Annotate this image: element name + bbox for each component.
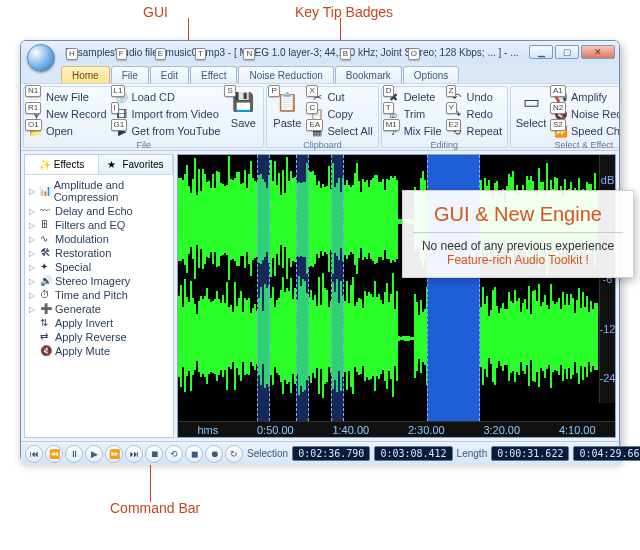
promo-title: GUI & New Engine (413, 203, 623, 233)
select-icon: ▭ (519, 90, 543, 114)
expand-icon: ▷ (29, 207, 37, 216)
ribbon-speed-change[interactable]: S2 ⏩ Speed Change (552, 123, 619, 139)
timeline[interactable]: hms0:50.001:40.002:30.003:20.004:10.00 (178, 421, 615, 437)
keytip: Y (446, 102, 457, 114)
keytip: N1 (25, 85, 41, 97)
expand-icon: ▷ (29, 263, 37, 272)
node-icon: 🛠 (40, 247, 52, 259)
ribbon-select[interactable]: ▭ Select (514, 89, 548, 130)
promo-line1: No need of any previous experience (413, 239, 623, 253)
timeline-tick: 1:40.00 (332, 424, 369, 436)
ribbon-paste[interactable]: P 📋 Paste (270, 89, 304, 130)
length-current: 0:00:31.622 (491, 446, 569, 461)
keytip: H (66, 48, 78, 60)
node-icon: 🔊 (40, 275, 52, 287)
ribbon-group-editing: D ✖ Delete T ⎄ Trim M1 ♪ Mix File Z ↶ Un… (381, 86, 508, 148)
node-icon: ⇅ (40, 317, 52, 329)
ribbon-mix-file[interactable]: M1 ♪ Mix File (385, 123, 444, 139)
maximize-button[interactable]: ▢ (555, 45, 579, 59)
tab-file[interactable]: FFile (111, 66, 149, 83)
effects-tree: ▷📊Amplitude and Compression▷〰Delay and E… (25, 175, 173, 361)
selection-start: 0:02:36.790 (292, 446, 370, 461)
ribbon-import-from-video[interactable]: I 🎞 Import from Video (113, 106, 223, 122)
ribbon: N1 📄 New File R1 🎙 New Record O1 📂 Open … (21, 83, 619, 151)
transport-button[interactable]: ⏺ (205, 445, 223, 463)
ribbon-open[interactable]: O1 📂 Open (27, 123, 109, 139)
tab-edit[interactable]: EEdit (150, 66, 189, 83)
selection-region[interactable] (257, 155, 270, 421)
ribbon-save[interactable]: S 💾 Save (226, 89, 260, 130)
app-orb[interactable] (27, 44, 55, 72)
node-icon: ✦ (40, 261, 52, 273)
expand-icon: ▷ (29, 187, 36, 196)
transport-button[interactable]: ⏮ (25, 445, 43, 463)
keytip: S2 (550, 119, 566, 131)
tree-node-generate[interactable]: ▷➕Generate (29, 302, 169, 316)
keytip: Z (446, 85, 457, 97)
effects-icon: ✨ (39, 159, 51, 171)
sidebar-tab-favorites[interactable]: ★Favorites (99, 155, 173, 174)
tree-node-amplitude-and-compression[interactable]: ▷📊Amplitude and Compression (29, 178, 169, 204)
timeline-tick: 4:10.00 (559, 424, 596, 436)
tree-node-apply-reverse[interactable]: ⇄Apply Reverse (29, 330, 169, 344)
tab-options[interactable]: OOptions (403, 66, 459, 83)
keytip: C (306, 102, 318, 114)
transport-button[interactable]: ⏩ (105, 445, 123, 463)
transport-button[interactable]: ⏭ (125, 445, 143, 463)
keytip: B (340, 48, 351, 60)
keytip: M1 (383, 119, 400, 131)
transport-button[interactable]: ⏪ (45, 445, 63, 463)
timeline-tick: hms (197, 424, 218, 436)
node-icon: ⇄ (40, 331, 52, 343)
ribbon-select-all[interactable]: EA ▦ Select All (308, 123, 374, 139)
keytip: O1 (25, 119, 42, 131)
sidebar-tabs: ✨Effects★Favorites (25, 155, 173, 175)
expand-icon: ▷ (29, 235, 37, 244)
transport-button[interactable]: ▶ (85, 445, 103, 463)
timeline-tick: 0:50.00 (257, 424, 294, 436)
sidebar-tab-effects[interactable]: ✨Effects (25, 155, 99, 174)
tree-node-time-and-pitch[interactable]: ▷⏱Time and Pitch (29, 288, 169, 302)
timeline-tick: 3:20.00 (483, 424, 520, 436)
selection-region[interactable] (296, 155, 309, 421)
transport-button[interactable]: ⟲ (165, 445, 183, 463)
ribbon-group-select-&-effect: ▭ Select A1 📢 Amplify N2 🔇 Noise Reducti… (510, 86, 619, 148)
expand-icon: ▷ (29, 221, 37, 230)
tree-node-apply-mute[interactable]: 🔇Apply Mute (29, 344, 169, 358)
tab-home[interactable]: HHome (61, 66, 110, 83)
selection-label: Selection (247, 448, 288, 459)
ribbon-cut[interactable]: X ✂ Cut (308, 89, 374, 105)
tree-node-modulation[interactable]: ▷∿Modulation (29, 232, 169, 246)
ribbon-repeat[interactable]: E2 ⟲ Repeat (448, 123, 504, 139)
tab-effect[interactable]: TEffect (190, 66, 237, 83)
favorites-icon: ★ (107, 159, 119, 171)
tree-node-special[interactable]: ▷✦Special (29, 260, 169, 274)
node-icon: 🔇 (40, 345, 52, 357)
transport-button[interactable]: ◼ (185, 445, 203, 463)
expand-icon: ▷ (29, 277, 37, 286)
keytip: T (195, 48, 206, 60)
statusbar: ⏮⏪⏸▶⏩⏭⏹⟲◼⏺↻ Selection 0:02:36.790 0:03:0… (21, 441, 619, 465)
ribbon-tabstrip: HHomeFFileEEditTEffectNNoise ReductionBB… (21, 63, 619, 83)
tree-node-delay-and-echo[interactable]: ▷〰Delay and Echo (29, 204, 169, 218)
tab-bookmark[interactable]: BBookmark (335, 66, 402, 83)
ribbon-group-file: N1 📄 New File R1 🎙 New Record O1 📂 Open … (23, 86, 264, 148)
transport-button[interactable]: ↻ (225, 445, 243, 463)
tree-node-apply-invert[interactable]: ⇅Apply Invert (29, 316, 169, 330)
tree-node-restoration[interactable]: ▷🛠Restoration (29, 246, 169, 260)
transport-controls: ⏮⏪⏸▶⏩⏭⏹⟲◼⏺↻ (25, 445, 243, 463)
promo-overlay: GUI & New Engine No need of any previous… (402, 190, 634, 278)
tab-noise-reduction[interactable]: NNoise Reduction (238, 66, 333, 83)
ribbon-group-clipboard: P 📋 Paste X ✂ Cut C 📋 Copy EA ▦ Select A… (266, 86, 378, 148)
close-button[interactable]: ✕ (581, 45, 615, 59)
ribbon-load-cd[interactable]: L1 💿 Load CD (113, 89, 223, 105)
ribbon-get-from-youtube[interactable]: G1 ▶ Get from YouTube (113, 123, 223, 139)
tree-node-filters-and-eq[interactable]: ▷🎚Filters and EQ (29, 218, 169, 232)
minimize-button[interactable]: ▁ (529, 45, 553, 59)
transport-button[interactable]: ⏸ (65, 445, 83, 463)
keytip: A1 (550, 85, 566, 97)
keytip: E (155, 48, 166, 60)
transport-button[interactable]: ⏹ (145, 445, 163, 463)
selection-region[interactable] (331, 155, 344, 421)
tree-node-stereo-imagery[interactable]: ▷🔊Stereo Imagery (29, 274, 169, 288)
